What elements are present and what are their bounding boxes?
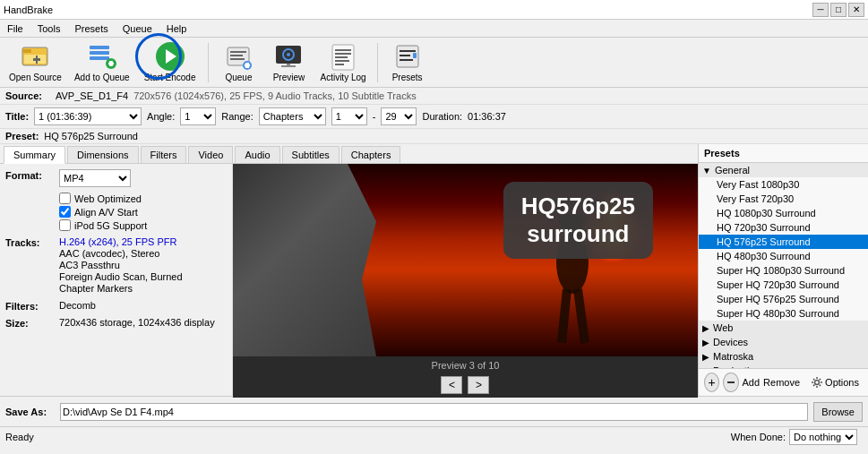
title-select[interactable]: 1 (01:36:39) <box>34 107 142 125</box>
format-select[interactable]: MP4 <box>59 169 131 187</box>
save-as-label: Save As: <box>5 407 55 417</box>
tracks-label: Tracks: <box>5 236 59 248</box>
start-encode-wrapper: Start Encode <box>139 40 202 84</box>
preview-icon <box>274 42 303 71</box>
preset-arrow-general: ▼ <box>702 166 711 176</box>
tab-filters[interactable]: Filters <box>141 146 187 163</box>
tabs: Summary Dimensions Filters Video Audio S… <box>0 144 698 164</box>
duration-value: 01:36:37 <box>468 111 506 122</box>
preset-item-super-hq-480p30[interactable]: Super HQ 480p30 Surround <box>699 306 868 321</box>
preset-item-hq-720p30[interactable]: HQ 720p30 Surround <box>699 220 868 235</box>
preset-arrow-web: ▶ <box>702 323 709 333</box>
save-bar: Save As: Browse <box>0 396 868 426</box>
preset-item-very-fast-720p30[interactable]: Very Fast 720p30 <box>699 192 868 206</box>
preset-item-hq-576p25[interactable]: HQ 576p25 Surround <box>699 235 868 249</box>
format-value: MP4 <box>59 169 227 187</box>
range-type-select[interactable]: Chapters <box>259 107 326 125</box>
preview-next-button[interactable]: > <box>468 376 489 394</box>
menu-queue[interactable]: Queue <box>119 23 156 34</box>
save-path-input[interactable] <box>60 403 808 421</box>
start-encode-button[interactable]: Start Encode <box>139 40 202 84</box>
track-4: Foreign Audio Scan, Burned <box>59 271 227 282</box>
add-to-queue-icon <box>88 42 116 71</box>
presets-button[interactable]: Presets <box>385 40 430 84</box>
source-filename: AVP_SE_D1_F4 <box>56 90 128 101</box>
preset-item-super-hq-576p25[interactable]: Super HQ 576p25 Surround <box>699 292 868 306</box>
title-row: Title: 1 (01:36:39) Angle: 1 Range: Chap… <box>0 105 868 129</box>
activity-log-button[interactable]: Activity Log <box>316 40 369 84</box>
menu-help[interactable]: Help <box>163 23 191 34</box>
close-button[interactable]: ✕ <box>848 3 864 17</box>
options-button[interactable]: Options <box>807 374 863 390</box>
preset-arrow-devices: ▶ <box>702 338 709 347</box>
ipod-5g-checkbox[interactable] <box>59 219 71 231</box>
web-optimized-checkbox[interactable] <box>59 193 71 204</box>
web-optimized-row: Web Optimized <box>59 193 227 204</box>
preset-group-devices[interactable]: ▶ Devices <box>699 335 868 349</box>
svg-rect-17 <box>245 64 250 67</box>
tab-summary[interactable]: Summary <box>4 146 65 164</box>
menu-tools[interactable]: Tools <box>34 23 64 34</box>
add-to-queue-button[interactable]: Add to Queue <box>71 40 133 84</box>
svg-rect-14 <box>230 58 245 60</box>
queue-label: Queue <box>225 73 252 82</box>
tab-audio[interactable]: Audio <box>235 146 279 163</box>
svg-rect-30 <box>400 50 416 52</box>
tracks-value: H.264 (x264), 25 FPS PFR AAC (avcodec), … <box>59 236 227 295</box>
svg-rect-7 <box>90 56 109 60</box>
preset-item-very-fast-1080p30[interactable]: Very Fast 1080p30 <box>699 177 868 192</box>
preview-prev-button[interactable]: < <box>441 376 462 394</box>
menu-presets[interactable]: Presets <box>71 23 111 34</box>
preset-item-super-hq-720p30[interactable]: Super HQ 720p30 Surround <box>699 278 868 292</box>
preset-value: HQ 576p25 Surround <box>44 131 138 141</box>
preset-tree: ▼ General Very Fast 1080p30 Very Fast 72… <box>699 163 868 368</box>
settings-panel: Format: MP4 Web Optimized <box>0 164 698 398</box>
tab-dimensions[interactable]: Dimensions <box>67 146 138 163</box>
window-controls[interactable]: ─ □ ✕ <box>812 3 864 17</box>
when-done-select[interactable]: Do nothing <box>789 429 857 445</box>
svg-rect-27 <box>335 60 349 62</box>
maximize-button[interactable]: □ <box>830 3 847 17</box>
range-to-select[interactable]: 29 <box>381 107 417 125</box>
svg-line-39 <box>578 289 585 343</box>
open-source-button[interactable]: Open Source <box>5 40 65 84</box>
tab-subtitles[interactable]: Subtitles <box>282 146 339 163</box>
right-panel: Presets ▼ General Very Fast 1080p30 Very… <box>699 144 868 396</box>
left-panel: Summary Dimensions Filters Video Audio S… <box>0 144 699 396</box>
svg-rect-28 <box>335 64 344 65</box>
add-remove-bar: + Add Remove Options <box>699 368 868 396</box>
preset-bar: Preset: HQ 576p25 Surround <box>0 129 868 144</box>
gear-icon <box>811 376 823 389</box>
svg-rect-26 <box>335 56 348 58</box>
angle-label: Angle: <box>147 111 175 122</box>
remove-preset-button[interactable] <box>723 373 738 392</box>
source-bar: Source: AVP_SE_D1_F4 720x576 (1024x576),… <box>0 88 868 105</box>
preset-group-general[interactable]: ▼ General <box>699 163 868 177</box>
preset-item-hq-480p30[interactable]: HQ 480p30 Surround <box>699 249 868 263</box>
preview-button[interactable]: Preview <box>266 40 311 84</box>
queue-button[interactable]: Queue <box>216 40 261 84</box>
presets-toolbar-label: Presets <box>392 73 423 82</box>
angle-select[interactable]: 1 <box>180 107 216 125</box>
preset-group-general-label: General <box>715 165 750 176</box>
minimize-button[interactable]: ─ <box>812 3 829 17</box>
format-label: Format: <box>5 169 59 181</box>
preview-area: HQ576p25 surround Preview 3 of 10 < > <box>233 164 698 398</box>
browse-button[interactable]: Browse <box>813 402 863 422</box>
settings-left: Format: MP4 Web Optimized <box>0 164 233 398</box>
tab-video[interactable]: Video <box>188 146 233 163</box>
activity-log-label: Activity Log <box>320 73 365 82</box>
preset-item-hq-1080p30[interactable]: HQ 1080p30 Surround <box>699 206 868 220</box>
preset-group-matroska[interactable]: ▶ Matroska <box>699 349 868 364</box>
range-from-select[interactable]: 1 <box>331 107 367 125</box>
add-preset-button[interactable]: + <box>704 373 719 392</box>
menu-file[interactable]: File <box>4 23 27 34</box>
ipod-5g-label: iPod 5G Support <box>74 220 147 231</box>
presets-header: Presets <box>699 144 868 163</box>
preset-label: Preset: <box>5 131 39 141</box>
preset-group-matroska-label: Matroska <box>713 351 753 362</box>
align-av-checkbox[interactable] <box>59 206 71 218</box>
preset-group-web[interactable]: ▶ Web <box>699 321 868 335</box>
tab-chapters[interactable]: Chapters <box>341 146 401 163</box>
preset-item-super-hq-1080p30[interactable]: Super HQ 1080p30 Surround <box>699 263 868 278</box>
